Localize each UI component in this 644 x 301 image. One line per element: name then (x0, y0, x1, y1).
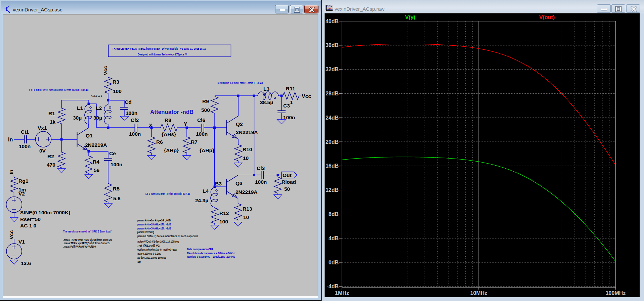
svg-text:;tran 0 2000ns 0 0.2ns: ;tran 0 2000ns 0 0.2ns (137, 252, 161, 255)
svg-text:R7: R7 (191, 139, 198, 145)
svg-text:.meas TRAN Vp PP V(Out)/2 from: .meas TRAN Vp PP V(Out)/2 from 1u to 2u (63, 242, 110, 245)
svg-text:13.6: 13.6 (21, 260, 31, 266)
svg-text:V1: V1 (18, 239, 25, 245)
svg-text:Vcc: Vcc (8, 230, 14, 240)
svg-text:30µ: 30µ (73, 115, 82, 121)
svg-text:K1 L1 L2 1: K1 L1 L2 1 (91, 94, 102, 97)
svg-text:.ac dec 1001 1Meg 100Meg: .ac dec 1001 1Meg 100Meg (137, 256, 166, 259)
svg-text:R12: R12 (219, 210, 229, 216)
svg-text:L4: L4 (203, 188, 209, 194)
svg-text:100MHz: 100MHz (606, 290, 626, 296)
svg-text:L2: L2 (96, 105, 102, 111)
svg-text:L3 10 turns 0.3 mm Ferrite Tor: L3 10 turns 0.3 mm Ferrite Torold FT50-4… (217, 81, 263, 85)
svg-text:.param LS=1nH ; Series ind: .param LS=1nH ; Series inductance of eac… (137, 234, 198, 238)
svg-text:1MHz: 1MHz (335, 290, 349, 296)
svg-text:The results are saved in " SPI: The results are saved in " SPICE Error L… (63, 230, 112, 233)
svg-text:8dB: 8dB (329, 211, 339, 217)
svg-text:Q1: Q1 (86, 133, 93, 138)
svg-text:100n: 100n (255, 179, 267, 185)
svg-text:2N2219A: 2N2219A (236, 129, 258, 135)
svg-text:Rload: Rload (282, 179, 296, 185)
svg-text:.net I(RLoad) V2: .net I(RLoad) V2 (137, 244, 160, 247)
svg-text:Rg1: Rg1 (18, 178, 29, 184)
svg-text:100n: 100n (129, 131, 141, 137)
svg-text:TRANSCEIVER VEXIN F8EOZ from F: TRANSCEIVER VEXIN F8EOZ from F6FEO - Dri… (112, 47, 206, 50)
svg-text:36dB: 36dB (326, 42, 339, 48)
svg-text:40dB: 40dB (326, 18, 339, 24)
svg-text:;op: ;op (137, 260, 141, 263)
svg-text:R8: R8 (165, 117, 171, 123)
svg-text:.param AHs=39 AHp=160; -8dB: .param AHs=39 AHp=160; -8dB (137, 227, 171, 230)
svg-text:V(out): V(out) (539, 14, 555, 20)
svg-text:In: In (8, 170, 14, 174)
svg-text:100n: 100n (126, 110, 137, 116)
svg-text:100: 100 (113, 88, 122, 94)
svg-text:R11: R11 (286, 86, 295, 91)
svg-text:L1: L1 (77, 105, 83, 111)
svg-text:56: 56 (94, 167, 100, 173)
svg-text:1: 1 (290, 100, 293, 105)
svg-text:50: 50 (284, 186, 290, 192)
svg-text:Résolution de fréquence = 1/20: Résolution de fréquence = 1/20us = 50KHz (187, 252, 235, 255)
svg-text:V2: V2 (18, 191, 25, 197)
svg-text:R9: R9 (202, 98, 209, 104)
svg-text:0dB: 0dB (329, 260, 339, 265)
svg-text:Designed with Linear Technolog: Designed with Linear Technology LTSpice … (138, 53, 187, 56)
svg-text:12dB: 12dB (326, 187, 339, 193)
svg-text:R5: R5 (113, 186, 120, 191)
svg-text:{AHp}: {AHp} (200, 147, 214, 153)
svg-text:4dB: 4dB (329, 235, 339, 241)
svg-text:Nombre d'exemples = 20us/0.1ns: Nombre d'exemples = 20us/0.1ns=200 000 (187, 255, 235, 258)
svg-text:10: 10 (243, 214, 249, 220)
svg-text:;noise V(Out) V2 dec 10001 10: ;noise V(Out) V2 dec 10001 10 100Meg (137, 240, 179, 243)
svg-text:1k: 1k (50, 119, 56, 125)
svg-text:L4 9 turns 0.3 mm Ferrite Toro: L4 9 turns 0.3 mm Ferrite Torold FT37-43 (145, 192, 190, 196)
svg-text:32dB: 32dB (326, 67, 339, 72)
svg-text:2N2219A: 2N2219A (235, 189, 258, 195)
svg-text:V(y): V(y) (405, 14, 415, 20)
svg-text:Q2: Q2 (236, 121, 243, 127)
svg-text:Ci1: Ci1 (21, 129, 29, 135)
svg-text:30µ: 30µ (93, 115, 102, 121)
svg-text:16dB: 16dB (326, 163, 339, 169)
svg-text:.param AHs=1m AHp=1G ; 0dB: .param AHs=1m AHp=1G ; 0dB (137, 219, 171, 222)
svg-text:Vcc: Vcc (302, 93, 311, 99)
svg-text:R3: R3 (113, 79, 119, 85)
svg-text:28dB: 28dB (326, 91, 339, 96)
svg-text:38.5µ: 38.5µ (260, 99, 273, 105)
svg-text:500: 500 (201, 107, 210, 113)
svg-text:-4dB: -4dB (327, 284, 339, 289)
svg-text:R1: R1 (48, 111, 55, 116)
svg-text:100n: 100n (283, 115, 295, 120)
svg-text:Ci2: Ci2 (131, 117, 139, 123)
svg-text:R2: R2 (47, 154, 54, 159)
svg-text:100n: 100n (196, 131, 208, 137)
svg-text:24.3µ: 24.3µ (195, 198, 208, 203)
svg-text:2N2219A: 2N2219A (85, 142, 107, 148)
svg-text:SINE(0 100m 7000K): SINE(0 100m 7000K) (20, 210, 70, 215)
svg-text:In: In (8, 137, 13, 142)
svg-text:10MHz: 10MHz (470, 290, 487, 296)
svg-text:.param Fo=7Meg: .param Fo=7Meg (137, 230, 154, 234)
svg-text:100n: 100n (111, 162, 122, 167)
svg-text:.meas TRAN Vrms RMS V(Out) fro: .meas TRAN Vrms RMS V(Out) from 1u to 2u (63, 238, 112, 242)
svg-text:X: X (149, 122, 153, 128)
svg-text:10: 10 (243, 155, 249, 161)
svg-text:Data compression OFF: Data compression OFF (187, 248, 213, 251)
svg-text:AC 1 0: AC 1 0 (20, 223, 36, 228)
svg-text:L3: L3 (263, 86, 269, 92)
svg-text:Vcc: Vcc (102, 66, 108, 75)
svg-text:Ci6: Ci6 (197, 117, 206, 123)
svg-text:Vx1: Vx1 (38, 125, 47, 131)
svg-text:Rser=50: Rser=50 (20, 216, 41, 222)
svg-text:L1 L2 bifilar 2x10 turns 0.3 m: L1 L2 bifilar 2x10 turns 0.3 mm Ferrite … (29, 88, 88, 92)
svg-text:24dB: 24dB (326, 115, 339, 121)
svg-text:470: 470 (47, 162, 55, 168)
svg-text:B3: B3 (215, 181, 222, 186)
svg-text:Ci3: Ci3 (257, 165, 265, 171)
svg-text:Y: Y (184, 121, 187, 127)
svg-text:{AHp}: {AHp} (164, 147, 179, 153)
svg-text:.options plotwinsize=0, method: .options plotwinsize=0, method=gear (137, 248, 177, 251)
svg-text:Q3: Q3 (235, 180, 243, 186)
svg-text:5.6: 5.6 (113, 196, 121, 201)
